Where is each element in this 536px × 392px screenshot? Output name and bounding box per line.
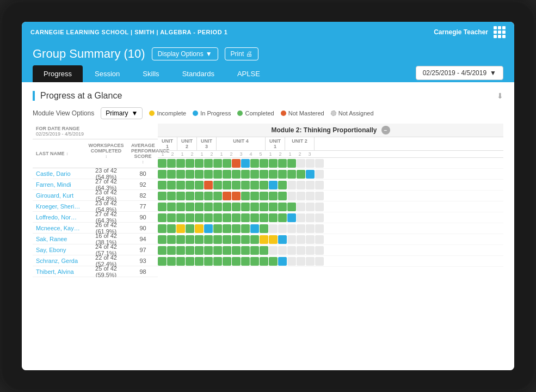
tab-skills[interactable]: Skills: [132, 65, 170, 82]
student-name[interactable]: Loffredo, Norman: [33, 214, 84, 220]
student-name[interactable]: Sak, Ranee: [33, 236, 84, 242]
grid-row: [158, 212, 503, 223]
grid-cell: [241, 257, 250, 266]
grid-cell: [241, 246, 250, 255]
grid-cell: [223, 224, 231, 233]
grid-cell: [223, 203, 231, 211]
grid-cell: [204, 203, 213, 211]
grid-cell: [158, 257, 167, 266]
grid-cell: [278, 181, 287, 189]
grid-cell: [195, 257, 204, 266]
col-number: 2: [295, 151, 305, 157]
grid-cell: [315, 159, 324, 168]
grid-cell: [241, 159, 250, 168]
student-name[interactable]: Castle, Dario: [33, 170, 84, 177]
module-view-select[interactable]: Primary ▼: [101, 107, 143, 119]
grid-row: [158, 158, 503, 169]
grid-row: [158, 169, 503, 180]
collapse-button[interactable]: −: [381, 126, 390, 134]
grid-cell: [297, 192, 305, 200]
grid-cell: [287, 246, 296, 255]
student-score: 90: [128, 225, 158, 231]
grid-cell: [195, 192, 204, 200]
grid-cell: [186, 213, 194, 222]
grid-icon[interactable]: [494, 26, 506, 38]
grid-cell: [287, 213, 296, 222]
grid-row: [158, 201, 503, 212]
student-name[interactable]: Say, Ebony: [33, 247, 84, 253]
student-name[interactable]: Farren, Mindi: [33, 181, 84, 188]
grid-cell: [250, 224, 259, 233]
col-number: 1: [266, 151, 275, 157]
grid-cell: [232, 203, 241, 211]
grid-cell: [297, 159, 305, 168]
grid-cell: [232, 224, 241, 233]
grid-cell: [158, 246, 167, 255]
download-icon[interactable]: ⬇: [497, 91, 503, 100]
display-options-button[interactable]: Display Options ▼: [152, 47, 218, 60]
date-range-button[interactable]: 02/25/2019 - 4/5/2019 ▼: [416, 66, 503, 80]
grid-cell: [306, 257, 315, 266]
grid-cell: [167, 159, 176, 168]
grid-cell: [158, 203, 167, 211]
grid-cell: [223, 246, 231, 255]
legend: Incomplete In Progress Completed Not Mas…: [149, 110, 373, 117]
completed-dot: [237, 111, 243, 116]
grid-cell: [204, 181, 213, 189]
grid-cell: [195, 224, 204, 233]
grid-cell: [213, 213, 222, 222]
section-title: Progress at a Glance: [40, 91, 122, 101]
col-number: 2: [226, 151, 236, 157]
grid-cell: [176, 170, 185, 179]
grid-cell: [195, 235, 204, 244]
table-container: FOR DATE RANGE 02/25/2019 - 4/5/2019 LAS…: [33, 124, 503, 277]
grid-cell: [204, 170, 213, 179]
col-number: 2: [187, 151, 197, 157]
grid-cell: [204, 192, 213, 200]
grid-cell: [167, 257, 176, 266]
section-header: Progress at a Glance ⬇: [33, 91, 503, 101]
student-name[interactable]: Schranz, Gerda: [33, 258, 84, 264]
grid-cell: [306, 170, 315, 179]
grid-cell: [158, 235, 167, 244]
grid-cell: [195, 246, 204, 255]
grid-cell: [241, 170, 250, 179]
grid-cell: [297, 235, 305, 244]
tab-progress[interactable]: Progress: [33, 65, 83, 82]
not-assigned-dot: [331, 111, 336, 116]
student-score: 93: [128, 258, 158, 264]
top-nav-user: Carnegie Teacher: [434, 28, 488, 36]
grid-row: [158, 245, 503, 256]
grid-cell: [158, 170, 167, 179]
student-name[interactable]: Kroeger, Sheridan: [33, 203, 84, 210]
grid-cell: [167, 170, 176, 179]
tabs-row: Progress Session Skills Standards APLSE …: [33, 65, 503, 82]
tab-session[interactable]: Session: [84, 65, 131, 82]
tab-standards[interactable]: Standards: [171, 65, 225, 82]
grid-cell: [241, 181, 250, 189]
student-rows-left: Castle, Dario 23 of 42 (54.8%) 80 Farren…: [33, 168, 158, 277]
main-content: Progress at a Glance ⬇ Module View Optio…: [22, 82, 514, 370]
grid-cell: [176, 203, 185, 211]
grid-cell: [186, 257, 194, 266]
right-panel: Module 2: Thinking Proportionally − Unit…: [158, 124, 503, 277]
student-score: 92: [128, 181, 158, 188]
grid-cell: [167, 203, 176, 211]
grid-cell: [186, 235, 194, 244]
grid-cell: [278, 213, 287, 222]
student-name[interactable]: Girouard, Kurt: [33, 192, 84, 199]
student-name[interactable]: Thibert, Alvina: [33, 268, 84, 275]
col-number: 5: [256, 151, 266, 157]
grid-cell: [241, 213, 250, 222]
grid-cell: [278, 192, 287, 200]
print-button[interactable]: Print 🖨: [225, 47, 259, 60]
grid-cell: [186, 170, 194, 179]
table-row: Thibert, Alvina 25 of 42 (59.5%) 98: [33, 266, 158, 277]
tab-aplse[interactable]: APLSE: [226, 65, 271, 82]
student-name[interactable]: Mcneece, Kaylee: [33, 225, 84, 231]
grid-cell: [260, 213, 268, 222]
grid-cell: [232, 257, 241, 266]
tabs-left: Progress Session Skills Standards APLSE: [33, 65, 271, 82]
grid-cell: [186, 203, 194, 211]
grid-cell: [223, 257, 231, 266]
